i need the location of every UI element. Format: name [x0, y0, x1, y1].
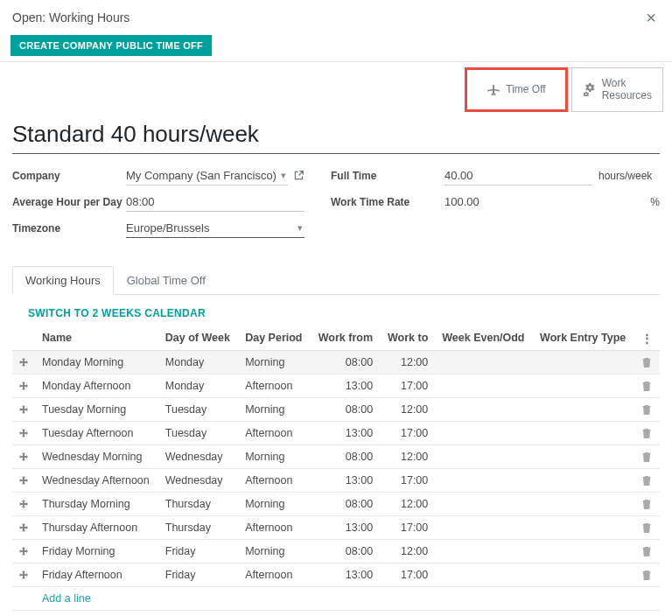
- cell-period[interactable]: Afternoon: [238, 563, 310, 586]
- cell-from[interactable]: 13:00: [311, 421, 380, 444]
- cell-name[interactable]: Wednesday Afternoon: [35, 468, 158, 492]
- cell-name[interactable]: Thursday Afternoon: [35, 515, 158, 539]
- cell-name[interactable]: Monday Afternoon: [35, 374, 158, 397]
- cell-dow[interactable]: Monday: [158, 350, 238, 374]
- cell-entry[interactable]: [533, 444, 634, 468]
- cell-to[interactable]: 17:00: [380, 563, 435, 586]
- trash-icon[interactable]: [634, 563, 660, 586]
- cell-dow[interactable]: Wednesday: [158, 468, 238, 492]
- cell-entry[interactable]: [533, 539, 634, 563]
- cell-period[interactable]: Morning: [238, 397, 310, 421]
- cell-name[interactable]: Friday Morning: [35, 539, 158, 563]
- cell-entry[interactable]: [533, 515, 634, 539]
- cell-from[interactable]: 08:00: [311, 350, 380, 374]
- drag-handle-icon[interactable]: [12, 563, 35, 586]
- cell-from[interactable]: 08:00: [311, 539, 380, 563]
- add-line-label[interactable]: Add a line: [35, 586, 660, 610]
- cell-evenodd[interactable]: [435, 350, 533, 374]
- trash-icon[interactable]: [634, 421, 660, 444]
- chevron-down-icon[interactable]: ▾: [296, 222, 304, 234]
- cell-dow[interactable]: Friday: [158, 539, 238, 563]
- trash-icon[interactable]: [634, 350, 660, 374]
- cell-dow[interactable]: Thursday: [158, 492, 238, 515]
- cell-dow[interactable]: Tuesday: [158, 397, 238, 421]
- fulltime-input[interactable]: [444, 167, 592, 184]
- cell-to[interactable]: 12:00: [380, 350, 435, 374]
- col-from[interactable]: Work from: [311, 326, 380, 351]
- cell-period[interactable]: Afternoon: [238, 515, 310, 539]
- cell-entry[interactable]: [533, 374, 634, 397]
- table-row[interactable]: Monday MorningMondayMorning08:0012:00: [12, 350, 660, 374]
- cell-entry[interactable]: [533, 468, 634, 492]
- cell-to[interactable]: 12:00: [380, 492, 435, 515]
- cell-to[interactable]: 12:00: [380, 539, 435, 563]
- cell-dow[interactable]: Tuesday: [158, 421, 238, 444]
- drag-handle-icon[interactable]: [12, 397, 35, 421]
- drag-handle-icon[interactable]: [12, 444, 35, 468]
- cell-evenodd[interactable]: [435, 444, 533, 468]
- cell-from[interactable]: 13:00: [311, 515, 380, 539]
- col-period[interactable]: Day Period: [238, 326, 310, 351]
- cell-period[interactable]: Morning: [238, 539, 310, 563]
- table-row[interactable]: Thursday MorningThursdayMorning08:0012:0…: [12, 492, 660, 515]
- cell-evenodd[interactable]: [435, 563, 533, 586]
- cell-entry[interactable]: [533, 563, 634, 586]
- timezone-field[interactable]: ▾: [126, 219, 304, 238]
- cell-from[interactable]: 08:00: [311, 492, 380, 515]
- col-dow[interactable]: Day of Week: [158, 326, 238, 351]
- tab-working-hours[interactable]: Working Hours: [12, 266, 114, 295]
- table-row[interactable]: Friday AfternoonFridayAfternoon13:0017:0…: [12, 563, 660, 586]
- cell-dow[interactable]: Friday: [158, 563, 238, 586]
- drag-handle-icon[interactable]: [12, 421, 35, 444]
- table-row[interactable]: Thursday AfternoonThursdayAfternoon13:00…: [12, 515, 660, 539]
- cell-evenodd[interactable]: [435, 397, 533, 421]
- cell-to[interactable]: 17:00: [380, 468, 435, 492]
- company-field[interactable]: ▾: [126, 166, 288, 186]
- cell-name[interactable]: Tuesday Morning: [35, 397, 158, 421]
- tab-global-time-off[interactable]: Global Time Off: [114, 266, 219, 295]
- cell-period[interactable]: Afternoon: [238, 468, 310, 492]
- trash-icon[interactable]: [634, 515, 660, 539]
- trash-icon[interactable]: [634, 374, 660, 397]
- cell-to[interactable]: 17:00: [380, 374, 435, 397]
- timezone-input[interactable]: [126, 220, 296, 236]
- cell-name[interactable]: Thursday Morning: [35, 492, 158, 515]
- drag-handle-icon[interactable]: [12, 515, 35, 539]
- trash-icon[interactable]: [634, 539, 660, 563]
- drag-handle-icon[interactable]: [12, 492, 35, 515]
- work-resources-stat-button[interactable]: Work Resources: [571, 67, 663, 112]
- cell-to[interactable]: 17:00: [380, 515, 435, 539]
- col-name[interactable]: Name: [35, 326, 158, 351]
- trash-icon[interactable]: [634, 468, 660, 492]
- table-row[interactable]: Wednesday MorningWednesdayMorning08:0012…: [12, 444, 660, 468]
- table-row[interactable]: Monday AfternoonMondayAfternoon13:0017:0…: [12, 374, 660, 397]
- cell-entry[interactable]: [533, 421, 634, 444]
- cell-name[interactable]: Monday Morning: [35, 350, 158, 374]
- trash-icon[interactable]: [634, 444, 660, 468]
- drag-handle-icon[interactable]: [12, 350, 35, 374]
- cell-entry[interactable]: [533, 350, 634, 374]
- col-entry[interactable]: Work Entry Type: [533, 326, 634, 351]
- cell-dow[interactable]: Monday: [158, 374, 238, 397]
- table-row[interactable]: Wednesday AfternoonWednesdayAfternoon13:…: [12, 468, 660, 492]
- cell-to[interactable]: 12:00: [380, 397, 435, 421]
- trash-icon[interactable]: [634, 397, 660, 421]
- cell-evenodd[interactable]: [435, 492, 533, 515]
- cell-from[interactable]: 13:00: [311, 468, 380, 492]
- cell-evenodd[interactable]: [435, 374, 533, 397]
- drag-handle-icon[interactable]: [12, 468, 35, 492]
- col-evenodd[interactable]: Week Even/Odd: [435, 326, 533, 351]
- external-link-icon[interactable]: [293, 170, 304, 181]
- add-line-row[interactable]: Add a line: [12, 586, 660, 610]
- trash-icon[interactable]: [634, 492, 660, 515]
- cell-evenodd[interactable]: [435, 515, 533, 539]
- avg-hour-field[interactable]: [126, 192, 304, 212]
- cell-dow[interactable]: Wednesday: [158, 444, 238, 468]
- cell-from[interactable]: 13:00: [311, 563, 380, 586]
- cell-evenodd[interactable]: [435, 468, 533, 492]
- fulltime-field[interactable]: [444, 166, 592, 186]
- cell-period[interactable]: Morning: [238, 350, 310, 374]
- table-row[interactable]: Friday MorningFridayMorning08:0012:00: [12, 539, 660, 563]
- create-company-time-off-button[interactable]: CREATE COMPANY PUBLIC TIME OFF: [10, 35, 212, 56]
- time-off-stat-button[interactable]: Time Off: [465, 67, 567, 112]
